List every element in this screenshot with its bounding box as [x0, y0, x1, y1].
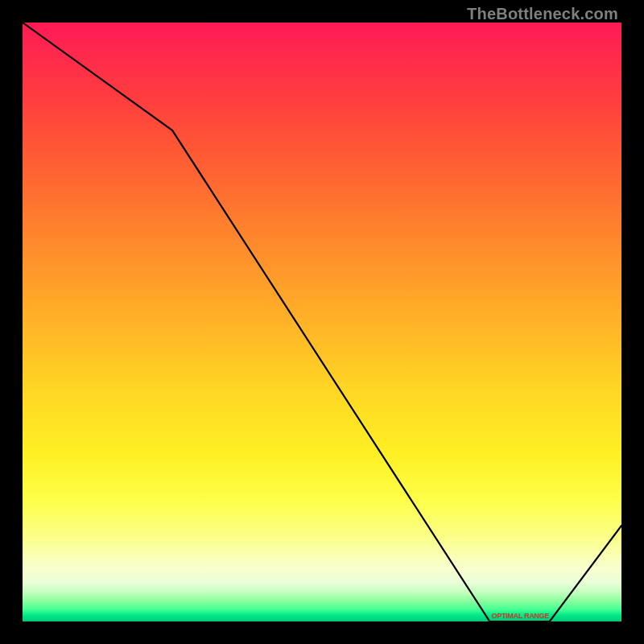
optimal-range-label: OPTIMAL RANGE [492, 612, 549, 620]
plot-frame: OPTIMAL RANGE [23, 23, 621, 621]
curve-polyline [23, 23, 621, 621]
bottleneck-curve [23, 23, 621, 621]
plot-area: OPTIMAL RANGE [23, 23, 621, 621]
watermark-text: TheBottleneck.com [467, 5, 618, 23]
